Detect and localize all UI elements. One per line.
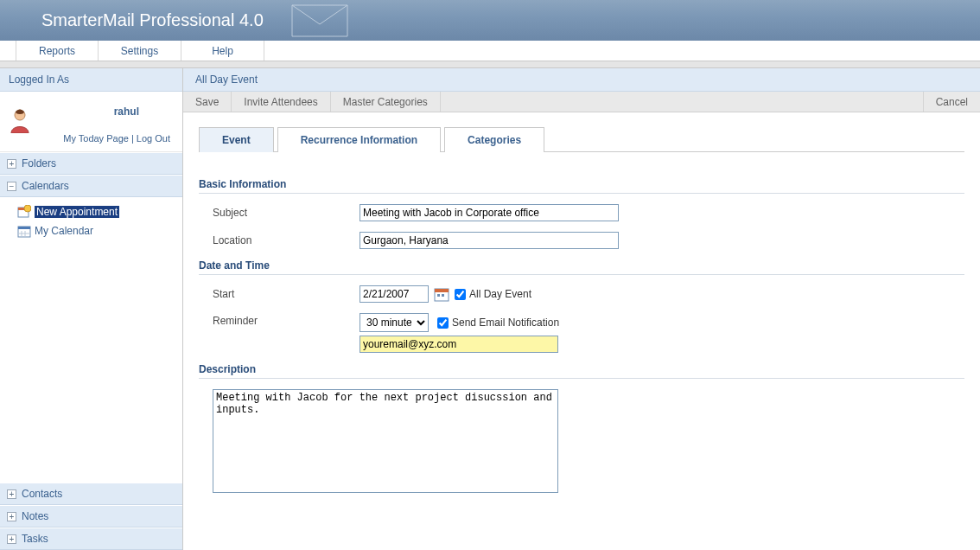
- avatar-icon: [9, 107, 31, 133]
- label-reminder: Reminder: [213, 313, 360, 327]
- notification-email-input[interactable]: [360, 336, 558, 353]
- expand-icon: +: [7, 534, 16, 544]
- invite-attendees-button[interactable]: Invite Attendees: [232, 92, 330, 112]
- separator-strip: [0, 61, 980, 68]
- label-subject: Subject: [213, 207, 360, 219]
- collapse-icon: −: [7, 182, 16, 191]
- user-box: rahul My Today Page | Log Out: [0, 92, 182, 152]
- nav-folders-label: Folders: [22, 157, 56, 169]
- logged-in-header: Logged In As: [0, 68, 182, 92]
- svg-rect-11: [435, 289, 449, 292]
- calendars-tree: New Appointment My Calendar: [0, 197, 182, 246]
- menu-help[interactable]: Help: [181, 41, 264, 61]
- tree-my-calendar[interactable]: My Calendar: [17, 221, 182, 240]
- calendar-icon: [17, 224, 31, 238]
- svg-rect-6: [18, 227, 30, 229]
- app-header: SmarterMail Professional 4.0: [0, 0, 980, 41]
- expand-icon: +: [7, 512, 16, 521]
- app-title: SmarterMail Professional 4.0: [41, 10, 264, 30]
- nav-contacts-label: Contacts: [22, 488, 62, 500]
- top-menu: Reports Settings Help: [0, 41, 980, 61]
- subject-input[interactable]: [360, 204, 619, 221]
- envelope-icon: [285, 0, 354, 41]
- svg-marker-0: [292, 5, 347, 36]
- tab-bar: Event Recurrence Information Categories: [199, 126, 964, 152]
- section-description: Description: [199, 363, 964, 379]
- tree-new-appointment-label: New Appointment: [35, 206, 119, 218]
- nav-calendars-label: Calendars: [22, 180, 69, 192]
- cancel-button[interactable]: Cancel: [923, 92, 980, 112]
- nav-tasks[interactable]: + Tasks: [0, 528, 182, 550]
- tab-recurrence[interactable]: Recurrence Information: [277, 127, 441, 152]
- label-send-email: Send Email Notification: [452, 317, 559, 329]
- tree-new-appointment[interactable]: New Appointment: [17, 202, 182, 221]
- section-date-time: Date and Time: [199, 259, 964, 275]
- content-area: Event Recurrence Information Categories …: [183, 112, 980, 496]
- nav-notes-label: Notes: [22, 510, 48, 522]
- my-today-page-link[interactable]: My Today Page: [63, 133, 129, 144]
- username: rahul: [114, 106, 139, 118]
- nav-contacts[interactable]: + Contacts: [0, 483, 182, 505]
- tab-event[interactable]: Event: [199, 127, 274, 152]
- svg-point-4: [24, 205, 31, 212]
- label-all-day: All Day Event: [469, 288, 531, 300]
- label-location: Location: [213, 234, 360, 246]
- page-title: All Day Event: [183, 68, 980, 92]
- svg-rect-13: [442, 294, 444, 297]
- tree-my-calendar-label: My Calendar: [35, 225, 93, 237]
- label-start: Start: [213, 288, 360, 300]
- location-input[interactable]: [360, 232, 619, 249]
- nav-tasks-label: Tasks: [22, 533, 48, 545]
- save-button[interactable]: Save: [183, 92, 232, 112]
- sidebar: Logged In As rahul My Today Page | Log O…: [0, 68, 183, 550]
- send-email-checkbox[interactable]: [437, 317, 449, 329]
- log-out-link[interactable]: Log Out: [137, 133, 170, 144]
- nav-notes[interactable]: + Notes: [0, 505, 182, 528]
- description-textarea[interactable]: Meeting with Jacob for the next project …: [213, 389, 558, 493]
- svg-rect-12: [437, 294, 440, 297]
- reminder-select[interactable]: 30 minutes: [360, 313, 429, 332]
- link-sep: |: [129, 133, 137, 144]
- nav-folders[interactable]: + Folders: [0, 152, 182, 175]
- menu-settings[interactable]: Settings: [99, 41, 181, 61]
- tab-categories[interactable]: Categories: [444, 127, 544, 152]
- date-picker-icon[interactable]: [434, 286, 449, 302]
- all-day-checkbox[interactable]: [455, 289, 466, 300]
- new-appointment-icon: [17, 205, 31, 219]
- nav-calendars[interactable]: − Calendars: [0, 175, 182, 197]
- menu-reports[interactable]: Reports: [16, 41, 99, 61]
- toolbar: Save Invite Attendees Master Categories …: [183, 92, 980, 112]
- master-categories-button[interactable]: Master Categories: [331, 92, 441, 112]
- main-panel: All Day Event Save Invite Attendees Mast…: [183, 68, 980, 550]
- start-date-input[interactable]: [360, 285, 429, 303]
- expand-icon: +: [7, 489, 16, 499]
- section-basic-info: Basic Information: [199, 178, 964, 194]
- expand-icon: +: [7, 159, 16, 169]
- user-links: My Today Page | Log Out: [9, 133, 174, 144]
